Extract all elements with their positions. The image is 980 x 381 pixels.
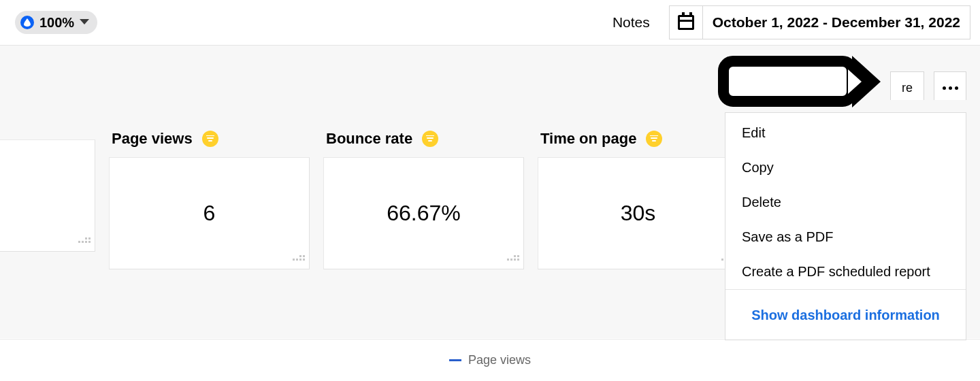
toolbar-right: re <box>890 71 966 104</box>
share-button-label: re <box>902 81 913 95</box>
card-value: 66.67% <box>387 201 461 226</box>
resize-handle-icon[interactable] <box>507 255 519 266</box>
date-range-widget: October 1, 2022 - December 31, 2022 <box>669 5 970 39</box>
more-actions-menu: Edit Copy Delete Save as a PDF Create a … <box>725 112 966 340</box>
legend-label: Page views <box>468 353 531 367</box>
chart-legend: Page views <box>0 339 980 381</box>
menu-item-schedule-pdf[interactable]: Create a PDF scheduled report <box>725 254 966 289</box>
chevron-down-icon <box>80 19 89 26</box>
card-value: 6 <box>203 201 216 226</box>
filter-icon[interactable] <box>422 131 438 147</box>
topbar-right: Notes October 1, 2022 - December 31, 202… <box>612 5 970 39</box>
date-range-picker[interactable]: October 1, 2022 - December 31, 2022 <box>703 5 970 39</box>
metric-card-time-on-page: Time on page 30s <box>538 130 738 269</box>
share-button[interactable]: re <box>890 71 924 104</box>
toolbar-area: re <box>0 46 980 100</box>
card-box[interactable]: 6 <box>109 157 310 269</box>
legend-swatch-icon <box>449 359 461 361</box>
menu-item-delete[interactable]: Delete <box>725 185 966 220</box>
metric-card-partial <box>0 130 95 269</box>
more-actions-button[interactable] <box>934 71 966 104</box>
droplet-icon <box>20 16 34 29</box>
resize-handle-icon[interactable] <box>293 255 305 266</box>
menu-item-save-pdf[interactable]: Save as a PDF <box>725 220 966 254</box>
notes-link[interactable]: Notes <box>612 14 650 31</box>
card-box[interactable]: 66.67% <box>323 157 524 269</box>
filter-icon[interactable] <box>646 131 662 147</box>
card-box[interactable] <box>0 139 95 252</box>
more-icon <box>949 86 952 90</box>
resize-handle-icon[interactable] <box>78 237 91 248</box>
metric-card-page-views: Page views 6 <box>109 130 310 269</box>
more-icon <box>955 86 958 90</box>
zoom-value: 100% <box>39 15 74 31</box>
calendar-button[interactable] <box>669 5 703 39</box>
zoom-selector[interactable]: 100% <box>15 11 97 34</box>
menu-item-copy[interactable]: Copy <box>725 150 966 185</box>
card-title: Bounce rate <box>326 130 412 148</box>
menu-item-dashboard-info[interactable]: Show dashboard information <box>725 290 966 339</box>
filter-icon[interactable] <box>202 131 218 147</box>
card-box[interactable]: 30s <box>538 157 738 269</box>
card-title: Time on page <box>540 130 636 148</box>
metric-card-bounce-rate: Bounce rate 66.67% <box>323 130 524 269</box>
card-value: 30s <box>621 201 656 226</box>
calendar-icon <box>678 15 694 30</box>
card-title: Page views <box>112 130 193 148</box>
menu-item-edit[interactable]: Edit <box>725 113 966 150</box>
more-icon <box>943 86 946 90</box>
top-bar: 100% Notes October 1, 2022 - December 31… <box>0 0 980 46</box>
